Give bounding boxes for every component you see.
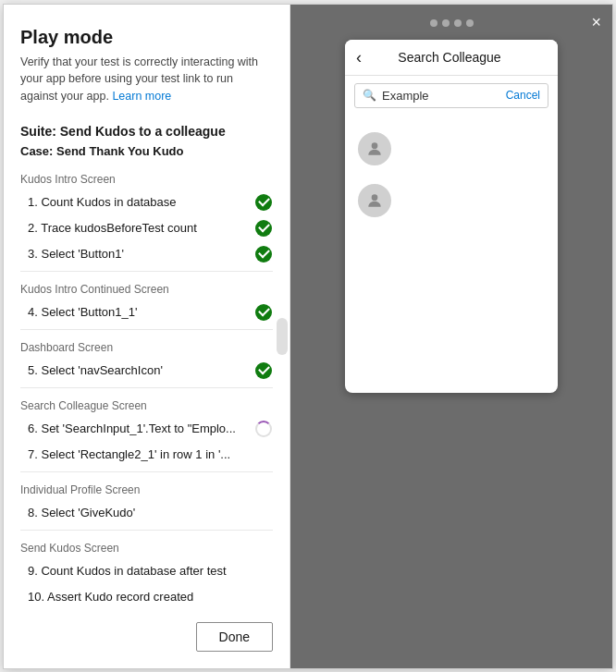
phone-header: ‹ Search Colleague: [345, 40, 558, 76]
dot-4: [466, 19, 474, 27]
divider-4: [20, 471, 273, 472]
divider-1: [20, 271, 273, 272]
user-avatar-icon: [365, 140, 384, 158]
close-button[interactable]: ×: [591, 14, 601, 31]
screen-kudos-intro: Kudos Intro Screen: [20, 173, 273, 186]
user-avatar-icon: [365, 191, 384, 210]
screen-search-colleague: Search Colleague Screen: [20, 399, 273, 412]
step-5: 5. Select 'navSearchIcon': [20, 358, 273, 384]
check-icon: [255, 246, 272, 263]
dot-3: [454, 19, 462, 27]
dot-1: [430, 19, 437, 27]
suite-label: Suite: Send Kudos to a colleague: [20, 124, 273, 139]
phone-body: [345, 116, 558, 393]
user-item-1[interactable]: [345, 123, 558, 175]
phone-frame: ‹ Search Colleague 🔍 Example Cancel: [345, 40, 558, 393]
dot-2: [442, 19, 450, 27]
phone-search-text: Example: [382, 89, 506, 103]
step-6: 6. Set 'SearchInput_1'.Text to "Emplo...: [20, 416, 273, 442]
step-8: 8. Select 'GiveKudo': [20, 500, 273, 526]
divider-3: [20, 387, 273, 388]
svg-point-1: [372, 194, 378, 201]
scroll-indicator[interactable]: [277, 318, 288, 355]
step-1-icon: [254, 193, 273, 212]
user-item-2[interactable]: [345, 175, 558, 226]
step-9: 9. Count Kudos in database after test: [20, 558, 273, 584]
left-panel: Play mode Verify that your test is corre…: [4, 5, 290, 668]
step-4: 4. Select 'Button1_1': [20, 299, 273, 325]
spinner-icon: [255, 421, 272, 437]
step-6-icon: [254, 420, 273, 438]
step-10-icon: [254, 588, 273, 606]
divider-2: [20, 329, 273, 330]
step-7: 7. Select 'Rectangle2_1' in row 1 in '..…: [20, 442, 273, 468]
phone-back-button[interactable]: ‹: [356, 49, 362, 66]
phone-screen-title: Search Colleague: [369, 50, 547, 65]
phone-search-bar[interactable]: 🔍 Example Cancel: [354, 83, 548, 108]
step-9-icon: [254, 562, 273, 580]
step-5-icon: [254, 361, 273, 380]
screen-kudos-intro-continued: Kudos Intro Continued Screen: [20, 283, 273, 296]
step-8-icon: [254, 504, 273, 522]
step-10: 10. Assert Kudo record created: [20, 584, 273, 610]
dots-row: [430, 19, 474, 27]
screen-individual-profile: Individual Profile Screen: [20, 483, 273, 496]
step-4-icon: [254, 303, 273, 322]
right-panel: × ‹ Search Colleague 🔍 Example Cancel: [290, 5, 612, 668]
play-mode-dialog: Play mode Verify that your test is corre…: [3, 4, 613, 669]
step-7-icon: [254, 446, 273, 464]
dialog-subtitle: Verify that your test is correctly inter…: [20, 54, 273, 105]
step-3-icon: [254, 245, 273, 263]
screen-dashboard: Dashboard Screen: [20, 341, 273, 354]
step-2-icon: [254, 219, 273, 238]
dialog-title: Play mode: [20, 27, 273, 48]
learn-more-link[interactable]: Learn more: [112, 90, 171, 103]
case-label: Case: Send Thank You Kudo: [20, 144, 273, 158]
check-icon: [255, 220, 272, 237]
check-icon: [255, 194, 272, 211]
search-icon: 🔍: [363, 89, 376, 102]
phone-cancel-link[interactable]: Cancel: [506, 89, 540, 102]
screen-send-kudos: Send Kudos Screen: [20, 542, 273, 555]
check-icon: [255, 362, 272, 379]
step-2: 2. Trace kudosBeforeTest count: [20, 215, 273, 241]
done-button[interactable]: Done: [196, 622, 273, 652]
check-icon: [255, 304, 272, 321]
done-btn-row: Done: [20, 611, 273, 652]
step-1: 1. Count Kudos in database: [20, 189, 273, 215]
avatar-2: [358, 184, 391, 217]
svg-point-0: [372, 142, 378, 149]
avatar-1: [358, 132, 391, 165]
step-3: 3. Select 'Button1': [20, 241, 273, 267]
divider-5: [20, 530, 273, 531]
